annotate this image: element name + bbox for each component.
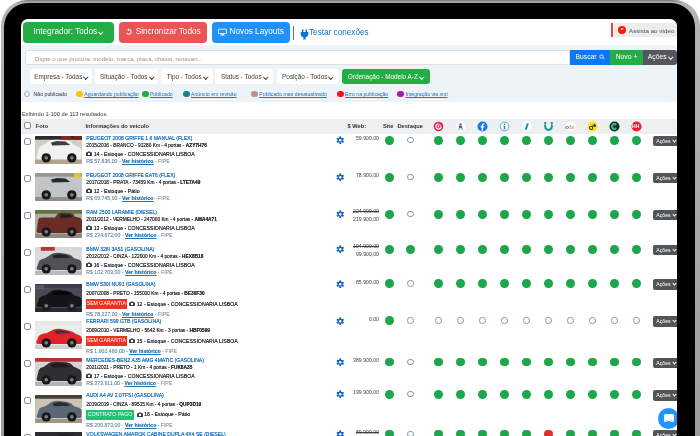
svg-text:x: x: [571, 122, 575, 129]
svg-text:o: o: [566, 122, 570, 129]
svg-text:HH: HH: [632, 123, 640, 129]
